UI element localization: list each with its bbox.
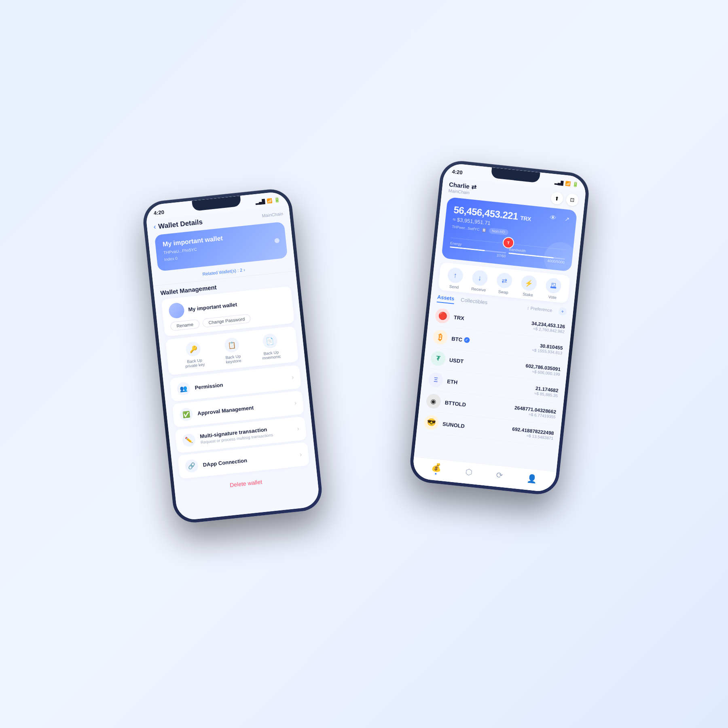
rename-button[interactable]: Rename bbox=[170, 319, 199, 331]
receive-button[interactable]: ↓ Receive bbox=[471, 269, 488, 292]
permission-icon: 👥 bbox=[176, 382, 190, 396]
trx-symbol: TRX bbox=[453, 314, 531, 328]
copy-address-icon[interactable]: 📋 bbox=[482, 228, 487, 232]
btc-icon: ₿ bbox=[432, 329, 449, 345]
page-title: Wallet Details bbox=[158, 218, 203, 230]
battery-icon-right: 🔋 bbox=[572, 181, 578, 187]
multisig-icon: ✏️ bbox=[182, 433, 196, 447]
status-icons-left: ▂▄█ 📶 🔋 bbox=[255, 197, 280, 205]
sunold-name-row: SUNOLD bbox=[442, 421, 512, 434]
eth-icon: Ξ bbox=[428, 372, 444, 388]
backup-keystore-icon: 📋 bbox=[224, 337, 240, 353]
stake-label: Stake bbox=[523, 292, 533, 298]
nav-discover[interactable]: ⬡ bbox=[465, 467, 472, 477]
battery-icon: 🔋 bbox=[274, 197, 280, 203]
balance-card: 👁 ↗ 56,456,453.221 TRX ≈ $3,951,951.71 T… bbox=[441, 197, 577, 272]
asset-list: 🔴 TRX 34,234,453.126 ≈$ 2,760,842.982 ₿ bbox=[417, 304, 572, 447]
add-asset-button[interactable]: + bbox=[558, 307, 567, 316]
chevron-right-icon2: › bbox=[294, 399, 297, 406]
swap-icon: ⇄ bbox=[496, 272, 513, 289]
header-action-icons: ⬆ ⊡ bbox=[550, 192, 579, 207]
stake-button[interactable]: ⚡ Stake bbox=[520, 275, 538, 298]
receive-icon: ↓ bbox=[471, 269, 488, 286]
sunold-amounts: 692.418878222498 ≈$ 13.5483871 bbox=[512, 426, 554, 440]
expand-icon[interactable]: ↗ bbox=[565, 216, 570, 223]
phone-right-screen: 4:20 ▂▄█ 📶 🔋 Charlie ⇄ MainChain bbox=[412, 163, 587, 493]
sort-icon: ↕ bbox=[527, 305, 530, 310]
btc-symbol: BTC ✓ bbox=[451, 335, 533, 350]
backup-key-label: Back Upprivate key bbox=[185, 358, 205, 368]
tab-assets[interactable]: Assets bbox=[437, 294, 455, 304]
phone-right: 4:20 ▂▄█ 📶 🔋 Charlie ⇄ MainChain bbox=[408, 159, 591, 496]
nav-assets[interactable]: 💰 bbox=[431, 462, 442, 475]
phone-left-screen: 4:20 MainChain ▂▄█ 📶 🔋 ‹ Wallet Details bbox=[145, 191, 320, 521]
vote-button[interactable]: 🗳 Vote bbox=[544, 277, 562, 301]
swap-button[interactable]: ⇄ Swap bbox=[495, 272, 513, 295]
send-icon: ↑ bbox=[447, 267, 464, 284]
eth-symbol: ETH bbox=[447, 378, 535, 394]
vote-label: Vote bbox=[548, 294, 557, 300]
backup-private-key[interactable]: 🔑 Back Upprivate key bbox=[183, 341, 205, 369]
nav-discover-icon: ⬡ bbox=[465, 467, 472, 477]
btc-name-row: BTC ✓ bbox=[451, 335, 533, 350]
nav-history[interactable]: ⟳ bbox=[495, 470, 503, 480]
bottom-navigation: 💰 ⬡ ⟳ 👤 bbox=[412, 457, 557, 493]
send-button[interactable]: ↑ Send bbox=[446, 267, 463, 290]
chevron-right-icon: › bbox=[291, 374, 294, 381]
bttold-amounts: 2648771.04328662 ≈$ 6.77419355 bbox=[514, 404, 556, 419]
energy-resource: Energy 37/60 bbox=[449, 241, 507, 258]
trx-amounts: 34,234,453.126 ≈$ 2,760,842.982 bbox=[531, 320, 565, 334]
vote-icon: 🗳 bbox=[545, 277, 562, 294]
backup-keystore[interactable]: 📋 Back Upkeystore bbox=[224, 337, 241, 364]
approval-label: Approval Management bbox=[197, 400, 290, 416]
send-label: Send bbox=[449, 284, 459, 289]
menu-dapp-text: DApp Connection bbox=[203, 452, 295, 468]
account-info: Charlie ⇄ MainChain bbox=[448, 181, 477, 196]
time-left: 4:20 bbox=[153, 209, 164, 216]
approval-icon: ✅ bbox=[179, 407, 193, 421]
visibility-toggle[interactable]: 👁 bbox=[549, 214, 557, 222]
receive-label: Receive bbox=[471, 286, 486, 292]
backup-mnemonic[interactable]: 📄 Back Upmnemonic bbox=[260, 333, 281, 360]
chevron-right-icon4: › bbox=[299, 451, 302, 458]
usdt-icon: ₮ bbox=[430, 351, 446, 367]
wallet-card-dot bbox=[274, 238, 279, 243]
btc-amounts: 30.810455 ≈$ 1555,934.813 bbox=[532, 342, 563, 355]
nav-history-icon: ⟳ bbox=[495, 470, 503, 480]
permission-label: Permission bbox=[195, 375, 287, 391]
wallet-main-screen: 4:20 ▂▄█ 📶 🔋 Charlie ⇄ MainChain bbox=[412, 163, 587, 493]
usdt-name-row: USDT bbox=[449, 357, 526, 371]
signal-icon-right: ▂▄█ bbox=[554, 180, 564, 185]
preference-label: Preference bbox=[530, 305, 552, 313]
receive-icon-btn[interactable]: ⬆ bbox=[550, 192, 564, 205]
swap-label: Swap bbox=[498, 289, 508, 295]
nav-profile[interactable]: 👤 bbox=[526, 473, 537, 484]
scan-icon-btn[interactable]: ⊡ bbox=[566, 193, 579, 207]
backup-key-icon: 🔑 bbox=[185, 341, 201, 357]
tab-collectibles[interactable]: Collectibles bbox=[460, 297, 488, 307]
dapp-icon: 🔗 bbox=[184, 459, 199, 473]
bttold-name-row: BTTOLD bbox=[444, 399, 514, 413]
change-password-button[interactable]: Change Password bbox=[202, 314, 252, 328]
balance-currency: TRX bbox=[520, 215, 531, 222]
sunold-icon: 😎 bbox=[423, 415, 440, 431]
wifi-icon: 📶 bbox=[267, 198, 273, 203]
chevron-right-icon3: › bbox=[296, 425, 299, 432]
wallet-details-screen: 4:20 MainChain ▂▄█ 📶 🔋 ‹ Wallet Details bbox=[145, 191, 320, 521]
eth-name-row: ETH bbox=[447, 378, 535, 394]
back-button[interactable]: ‹ bbox=[153, 222, 157, 231]
usdt-amounts: 602,786.035091 ≈$ 606,000.199 bbox=[525, 363, 561, 377]
time-right: 4:20 bbox=[452, 168, 463, 176]
trx-name-row: TRX bbox=[453, 314, 531, 328]
menu-approval-text: Approval Management bbox=[197, 400, 290, 416]
preference-button[interactable]: ↕ Preference bbox=[527, 305, 552, 312]
sunold-symbol: SUNOLD bbox=[442, 421, 512, 434]
menu-multisig-text: Multi-signature transaction Request or p… bbox=[200, 424, 293, 445]
bttold-icon: ◉ bbox=[425, 393, 442, 409]
backup-keystore-label: Back Upkeystore bbox=[225, 354, 241, 364]
nav-profile-icon: 👤 bbox=[526, 473, 537, 484]
dapp-label: DApp Connection bbox=[203, 452, 295, 468]
phone-left: 4:20 MainChain ▂▄█ 📶 🔋 ‹ Wallet Details bbox=[141, 187, 324, 525]
signal-icon: ▂▄█ bbox=[255, 199, 265, 205]
backup-mnemonic-icon: 📄 bbox=[262, 333, 278, 349]
